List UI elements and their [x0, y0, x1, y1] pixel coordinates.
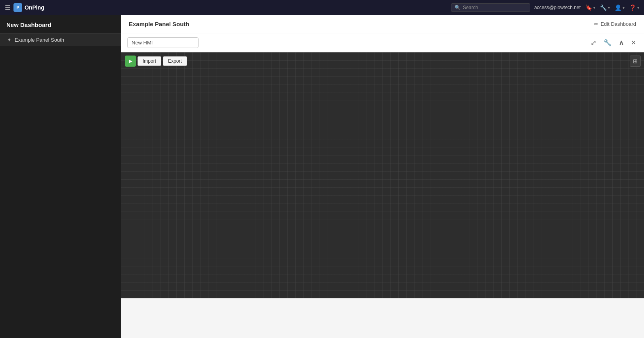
- main-layout: New Dashboard ✦ Example Panel South Exam…: [0, 15, 644, 338]
- sidebar-header: New Dashboard: [0, 15, 121, 34]
- user-chevron: ▾: [623, 6, 625, 10]
- panel-header: Example Panel South ✏ Edit Dashboard: [121, 15, 644, 33]
- hmi-import-btn[interactable]: Import: [138, 56, 161, 66]
- play-icon: ▶: [129, 58, 132, 64]
- tools-chevron: ▾: [608, 6, 610, 10]
- sidebar-item-example-panel-south[interactable]: ✦ Example Panel South: [0, 34, 121, 46]
- sidebar-item-icon: ✦: [7, 37, 11, 43]
- sidebar: New Dashboard ✦ Example Panel South: [0, 15, 121, 338]
- edit-dashboard-btn[interactable]: ✏ Edit Dashboard: [594, 21, 636, 27]
- help-chevron: ▾: [637, 6, 639, 10]
- bookmark-chevron: ▾: [593, 6, 595, 10]
- hmi-play-btn[interactable]: ▶: [125, 56, 136, 67]
- nav-user-email: access@plowtech.net: [534, 5, 581, 10]
- navbar-left: ☰ P OnPing: [5, 3, 44, 12]
- search-icon: 🔍: [455, 5, 461, 10]
- brand-logo: P OnPing: [13, 3, 44, 12]
- navbar-right: access@plowtech.net 🔖 ▾ 🔧 ▾ 👤 ▾ ❓ ▾: [534, 4, 639, 11]
- hmi-panel-header: ⤢ 🔧 ∧ ✕: [121, 33, 644, 52]
- hmi-title-input[interactable]: [127, 37, 199, 48]
- sidebar-title: New Dashboard: [6, 21, 51, 28]
- hmi-panel-wrapper: ⤢ 🔧 ∧ ✕ ▶ Import Export ⊞: [121, 33, 644, 298]
- hmi-toolbar: ▶ Import Export: [121, 52, 644, 70]
- hmi-wrench-btn[interactable]: 🔧: [602, 38, 613, 47]
- hmi-close-btn[interactable]: ✕: [629, 38, 638, 47]
- hmi-expand-btn[interactable]: ⤢: [589, 38, 598, 48]
- bookmark-icon: 🔖: [585, 4, 592, 11]
- search-input[interactable]: [463, 5, 527, 10]
- tools-btn[interactable]: 🔧 ▾: [600, 4, 610, 11]
- bookmark-btn[interactable]: 🔖 ▾: [585, 4, 595, 11]
- help-btn[interactable]: ❓ ▾: [629, 4, 639, 11]
- hmi-canvas: ▶ Import Export ⊞: [121, 52, 644, 298]
- sidebar-item-label: Example Panel South: [15, 37, 64, 43]
- hmi-panel-actions: ⤢ 🔧 ∧ ✕: [589, 38, 638, 48]
- navbar: ☰ P OnPing 🔍 access@plowtech.net 🔖 ▾ 🔧 ▾…: [0, 0, 644, 15]
- tools-icon: 🔧: [600, 4, 607, 11]
- edit-dashboard-label: Edit Dashboard: [600, 21, 636, 27]
- help-icon: ❓: [629, 4, 636, 11]
- brand-name: OnPing: [25, 4, 44, 11]
- user-icon: 👤: [615, 4, 621, 11]
- search-box[interactable]: 🔍: [451, 3, 530, 12]
- edit-icon: ✏: [594, 21, 598, 27]
- user-btn[interactable]: 👤 ▾: [615, 4, 625, 11]
- brand-icon-text: P: [17, 6, 19, 10]
- brand-icon: P: [13, 3, 22, 12]
- hamburger-icon[interactable]: ☰: [5, 4, 10, 12]
- hmi-export-btn[interactable]: Export: [163, 56, 187, 66]
- hmi-collapse-btn[interactable]: ∧: [617, 38, 625, 48]
- content-area: Example Panel South ✏ Edit Dashboard ⤢ 🔧…: [121, 15, 644, 338]
- panel-title: Example Panel South: [129, 21, 189, 27]
